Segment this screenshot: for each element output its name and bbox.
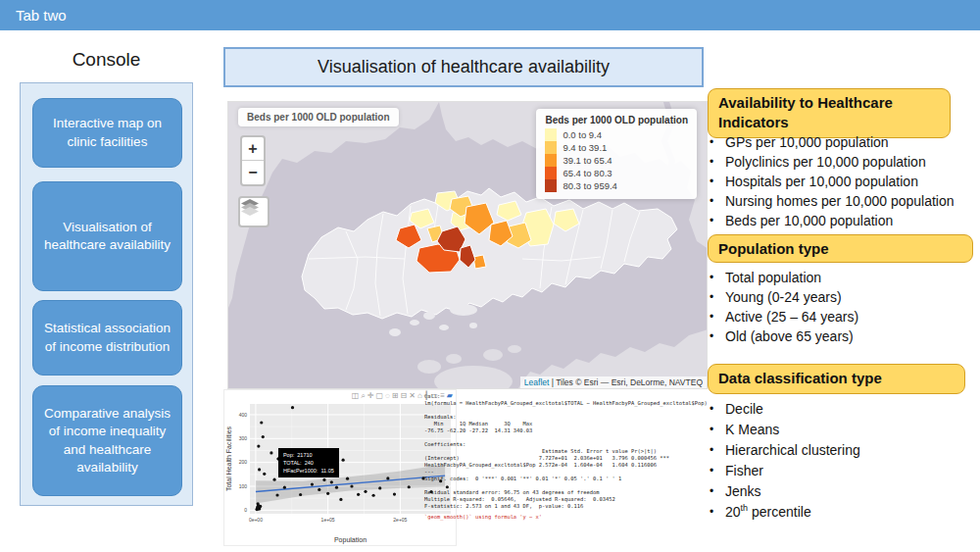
data-point[interactable] bbox=[257, 502, 260, 505]
data-point[interactable] bbox=[260, 421, 263, 424]
data-point[interactable] bbox=[346, 477, 349, 480]
panel-header-population-type: Population type bbox=[708, 234, 973, 263]
box-select-icon[interactable]: ▢ bbox=[376, 390, 384, 401]
y-tick-label: 200 bbox=[239, 459, 248, 465]
page-title-text: Visualisation of healthcare availability bbox=[318, 57, 610, 77]
legend-row: 80.3 to 959.4 bbox=[545, 179, 688, 192]
bullet-icon: • bbox=[708, 271, 725, 284]
data-point[interactable] bbox=[263, 473, 266, 476]
data-point[interactable] bbox=[257, 444, 260, 447]
data-point[interactable] bbox=[378, 486, 381, 489]
data-point[interactable] bbox=[342, 459, 345, 462]
layers-button[interactable] bbox=[238, 196, 270, 227]
data-point[interactable] bbox=[262, 435, 265, 438]
hover-closest-icon[interactable]: ▭ bbox=[431, 390, 439, 401]
list-item-text: Fisher bbox=[725, 463, 763, 478]
list-item-text: Old (above 65 years) bbox=[725, 328, 854, 344]
panel-header-data-classification: Data classification type bbox=[708, 364, 965, 394]
data-point[interactable] bbox=[408, 485, 411, 488]
list-item: •Jenks bbox=[708, 480, 860, 501]
data-point[interactable] bbox=[258, 468, 261, 471]
list-item-text: K Means bbox=[725, 422, 779, 437]
sidebar-button-label: Comparative analysis of income inequalit… bbox=[41, 405, 173, 477]
spikelines-icon[interactable]: ╂ bbox=[424, 390, 429, 401]
data-point[interactable] bbox=[270, 451, 272, 454]
legend-label: 65.4 to 80.3 bbox=[563, 168, 612, 178]
data-point[interactable] bbox=[339, 498, 342, 501]
list-item-text: GPs per 10,000 population bbox=[725, 134, 889, 150]
sidebar-button-interactive-map[interactable]: Interactive map on clinic facilities bbox=[32, 98, 182, 168]
list-item-text: Total population bbox=[725, 270, 821, 285]
availability-indicators-list: •GPs per 10,000 population•Polyclinics p… bbox=[708, 132, 955, 230]
legend-swatch bbox=[545, 179, 557, 192]
y-tick-label: 400 bbox=[239, 412, 248, 418]
lasso-icon[interactable]: ◌ bbox=[385, 390, 390, 401]
legend-swatch bbox=[545, 167, 557, 179]
data-point[interactable] bbox=[272, 478, 275, 481]
tab-header[interactable]: Tab two bbox=[0, 0, 980, 30]
zoom-icon[interactable]: ⌕ bbox=[361, 390, 365, 401]
zoom-out-icon[interactable]: ⊟ bbox=[401, 390, 408, 401]
map-island bbox=[483, 349, 503, 361]
data-point[interactable] bbox=[364, 490, 367, 493]
population-type-list: •Total population•Young (0-24 years)•Act… bbox=[708, 268, 858, 346]
data-point[interactable] bbox=[311, 482, 314, 485]
data-point[interactable] bbox=[371, 494, 374, 497]
sidebar-button-label: Visualisation of healthcare availability bbox=[41, 219, 173, 254]
data-point[interactable] bbox=[393, 492, 396, 495]
data-point[interactable] bbox=[259, 505, 262, 508]
data-point[interactable] bbox=[326, 492, 329, 495]
zoom-in-icon[interactable]: ⊞ bbox=[392, 390, 399, 401]
autoscale-icon[interactable]: ✕ bbox=[409, 390, 416, 401]
reset-axes-icon[interactable]: ⌂ bbox=[417, 390, 422, 401]
data-point[interactable] bbox=[350, 484, 353, 487]
map-legend: Beds per 1000 OLD population 0.0 to 9.49… bbox=[536, 109, 697, 199]
list-item-text: Decile bbox=[725, 401, 763, 417]
scatter-plot[interactable]: 0e+001e+052e+050100200300400PopulationTo… bbox=[224, 390, 458, 547]
bullet-icon: • bbox=[708, 443, 725, 457]
data-point[interactable] bbox=[322, 478, 325, 481]
legend-label: 80.3 to 959.4 bbox=[563, 180, 616, 191]
list-item: •Young (0-24 years) bbox=[708, 287, 858, 307]
legend-label: 0.0 to 9.4 bbox=[563, 129, 602, 140]
list-item-text: Active (25 – 64 years) bbox=[725, 309, 858, 325]
list-item-text: Young (0-24 years) bbox=[725, 289, 842, 305]
data-point[interactable] bbox=[357, 493, 360, 496]
plotly-logo-icon[interactable]: ▰ bbox=[447, 390, 453, 401]
zoom-out-button[interactable]: − bbox=[242, 161, 264, 184]
bullet-icon: • bbox=[708, 423, 725, 436]
zoom-in-button[interactable]: + bbox=[242, 137, 264, 161]
choropleth-map[interactable]: Beds per 1000 OLD population + − Beds pe… bbox=[227, 101, 708, 389]
data-classification-list: •Decile•K Means•Hierarchical clustering•… bbox=[708, 398, 860, 522]
camera-icon[interactable]: ◫ bbox=[352, 390, 360, 401]
hover-compare-icon[interactable]: ≡ bbox=[440, 390, 445, 401]
pan-icon[interactable]: ✛ bbox=[368, 390, 374, 401]
list-item: •Nursing homes per 10,000 population bbox=[708, 191, 955, 211]
data-point[interactable] bbox=[299, 493, 302, 496]
y-tick-label: 100 bbox=[239, 483, 248, 489]
app-window: Tab two Console Interactive map on clini… bbox=[0, 0, 980, 552]
sidebar-button-comparative[interactable]: Comparative analysis of income inequalit… bbox=[32, 385, 182, 496]
bullet-icon: • bbox=[708, 175, 725, 188]
data-point[interactable] bbox=[275, 493, 278, 496]
leaflet-link[interactable]: Leaflet bbox=[524, 377, 550, 387]
data-point[interactable] bbox=[283, 486, 286, 489]
data-point[interactable] bbox=[330, 480, 333, 483]
bullet-icon: • bbox=[708, 155, 725, 169]
map-island bbox=[446, 354, 462, 364]
sidebar-button-statistical[interactable]: Statistical association of income distri… bbox=[32, 300, 182, 376]
bullet-icon: • bbox=[708, 194, 725, 208]
bullet-icon: • bbox=[708, 464, 725, 477]
map-island bbox=[508, 345, 521, 353]
data-point[interactable] bbox=[291, 406, 294, 409]
map-attribution: Leaflet | Tiles © Esri — Esri, DeLorme, … bbox=[520, 376, 707, 388]
list-item: •Old (above 65 years) bbox=[708, 326, 858, 346]
data-point[interactable] bbox=[386, 477, 389, 479]
legend-row: 65.4 to 80.3 bbox=[545, 167, 688, 179]
plotly-modebar: ◫⌕✛▢◌⊞⊟✕⌂╂▭≡▰ bbox=[352, 390, 453, 401]
legend-rows: 0.0 to 9.49.4 to 39.139.1 to 65.465.4 to… bbox=[545, 128, 688, 192]
data-point[interactable] bbox=[335, 486, 338, 489]
sidebar-button-visualisation[interactable]: Visualisation of healthcare availability bbox=[32, 181, 182, 291]
data-point[interactable] bbox=[318, 488, 320, 491]
bullet-icon: • bbox=[708, 214, 725, 227]
